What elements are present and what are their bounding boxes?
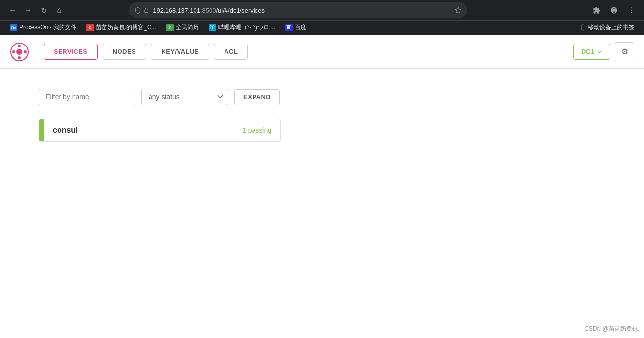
nav-right: DC1 ⚙: [573, 42, 634, 61]
bookmark-baidu-label: 百度: [295, 23, 306, 31]
nav-tabs: SERVICES NODES KEY/VALUE ACL: [44, 44, 573, 60]
bookmark-processon[interactable]: On ProcessOn - 我的文件: [6, 22, 80, 32]
extensions-icon[interactable]: [590, 3, 603, 17]
address-text: 192.168.137.101:8500/ui/#/dc1/services: [153, 7, 451, 14]
filter-name-input[interactable]: [39, 89, 135, 105]
back-button[interactable]: ←: [6, 3, 19, 17]
service-passing: 1 passing: [242, 126, 271, 134]
bili-icon: 哔: [209, 24, 216, 31]
star-icon[interactable]: [455, 7, 462, 14]
svg-point-11: [24, 50, 27, 53]
toolbar-right: [590, 3, 638, 17]
consul-nav: SERVICES NODES KEY/VALUE ACL DC1 ⚙: [0, 35, 644, 69]
consul-logo[interactable]: [10, 42, 29, 61]
bookmark-mobile-label: 移动设备上的书签: [588, 23, 634, 31]
miao-icon: 全: [166, 24, 174, 31]
address-bar[interactable]: 192.168.137.101:8500/ui/#/dc1/services: [129, 2, 467, 18]
baidu-icon: 百: [285, 24, 293, 31]
svg-point-5: [582, 29, 583, 29]
svg-point-7: [16, 49, 22, 55]
service-item-consul[interactable]: consul 1 passing: [39, 119, 281, 142]
svg-point-1: [631, 7, 632, 8]
svg-rect-0: [145, 10, 148, 13]
chevron-down-icon: [597, 50, 602, 53]
bookmark-miao[interactable]: 全 全民简历: [162, 22, 203, 32]
tab-acl[interactable]: ACL: [214, 44, 248, 60]
bookmark-miao-label: 全民简历: [176, 23, 199, 31]
svg-point-8: [18, 45, 21, 47]
filter-row: any status passing warning critical EXPA…: [39, 89, 281, 105]
bookmark-baidu[interactable]: 百 百度: [281, 22, 310, 32]
dc-dropdown[interactable]: DC1: [573, 44, 610, 60]
home-button[interactable]: ⌂: [52, 3, 66, 17]
svg-point-3: [631, 12, 632, 13]
settings-button[interactable]: ⚙: [615, 42, 634, 61]
refresh-button[interactable]: ↻: [37, 3, 50, 17]
gear-icon: ⚙: [621, 47, 628, 56]
csdn-watermark: CSDN @苗苗奶黄包.: [584, 325, 639, 333]
status-select[interactable]: any status passing warning critical: [141, 89, 228, 105]
tab-keyvalue[interactable]: KEY/VALUE: [151, 44, 209, 60]
bookmarks-bar: On ProcessOn - 我的文件 C 苗苗奶黄包.的博客_C... 全 全…: [0, 20, 644, 35]
service-name: consul: [53, 126, 78, 135]
menu-icon[interactable]: [625, 3, 638, 17]
forward-button[interactable]: →: [21, 3, 35, 17]
address-bar-icons: [135, 7, 149, 14]
bookmark-csdn[interactable]: C 苗苗奶黄包.的博客_C...: [82, 22, 160, 32]
consul-logo-svg: [10, 42, 29, 61]
bookmark-bili-label: 哔哩哔哩（°- °)つロ ...: [218, 23, 275, 31]
csdn-icon: C: [86, 24, 94, 31]
svg-point-10: [12, 50, 15, 53]
dc-label: DC1: [582, 48, 594, 55]
bookmark-mobile[interactable]: 移动设备上的书签: [575, 22, 638, 32]
shield-icon: [135, 7, 141, 14]
browser-toolbar: ← → ↻ ⌂ 192.168.137.101:8500/ui/#/dc1/se…: [0, 0, 644, 20]
lock-icon: [143, 7, 149, 13]
expand-button[interactable]: EXPAND: [234, 89, 280, 105]
service-status-bar: [39, 119, 44, 141]
service-content: consul 1 passing: [44, 119, 280, 141]
nav-buttons: ← → ↻ ⌂: [6, 3, 66, 17]
tab-services[interactable]: SERVICES: [44, 44, 98, 60]
consul-main: any status passing warning critical EXPA…: [0, 69, 319, 161]
services-list: consul 1 passing: [39, 119, 281, 142]
svg-point-9: [18, 56, 21, 59]
processon-icon: On: [10, 24, 17, 31]
tab-nodes[interactable]: NODES: [103, 44, 147, 60]
bookmark-csdn-label: 苗苗奶黄包.的博客_C...: [96, 23, 156, 31]
browser-chrome: ← → ↻ ⌂ 192.168.137.101:8500/ui/#/dc1/se…: [0, 0, 644, 35]
bookmark-processon-label: ProcessOn - 我的文件: [19, 23, 76, 31]
svg-point-2: [631, 10, 632, 11]
mobile-icon: [579, 24, 586, 31]
consul-ui: SERVICES NODES KEY/VALUE ACL DC1 ⚙: [0, 35, 644, 338]
profile-icon[interactable]: [607, 3, 621, 17]
bookmark-bili[interactable]: 哔 哔哩哔哩（°- °)つロ ...: [205, 22, 279, 32]
